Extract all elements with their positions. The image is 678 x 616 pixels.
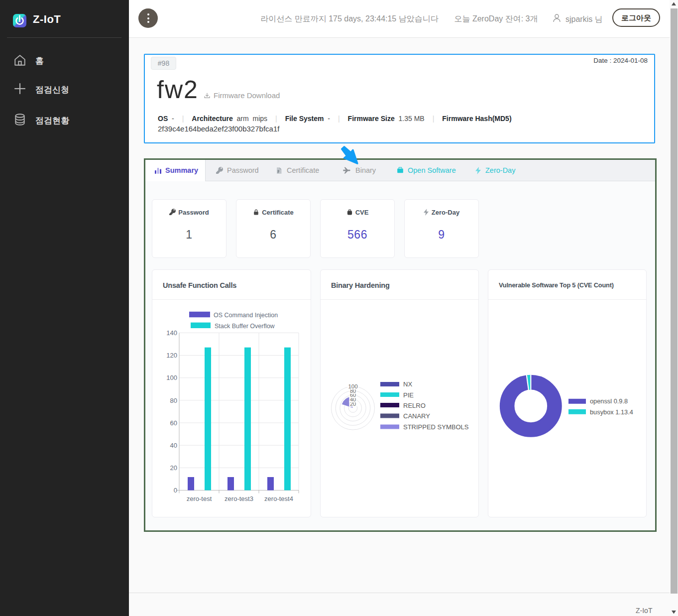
svg-text:100: 100 [348,383,357,389]
svg-text:STRIPPED SYMBOLS: STRIPPED SYMBOLS [403,423,469,431]
svg-text:zero-test: zero-test [187,495,212,502]
svg-text:60: 60 [170,419,177,427]
svg-text:RELRO: RELRO [403,402,426,409]
svg-text:140: 140 [166,329,177,337]
svg-text:OS Command Injection: OS Command Injection [214,312,278,319]
svg-text:NX: NX [403,380,412,388]
svg-text:zero-test3: zero-test3 [225,495,253,502]
svg-text:PIE: PIE [403,391,414,399]
svg-text:zero-test4: zero-test4 [264,495,293,502]
svg-text:busybox 1.13.4: busybox 1.13.4 [590,408,633,416]
svg-text:80: 80 [170,397,177,404]
svg-text:40: 40 [170,442,177,449]
svg-text:CANARY: CANARY [403,412,430,420]
svg-text:openssl 0.9.8: openssl 0.9.8 [590,397,628,405]
svg-text:Stack Buffer Overflow: Stack Buffer Overflow [215,323,275,330]
svg-text:100: 100 [166,374,177,381]
svg-text:0: 0 [174,487,177,494]
svg-text:20: 20 [170,464,177,472]
svg-text:120: 120 [166,352,177,359]
